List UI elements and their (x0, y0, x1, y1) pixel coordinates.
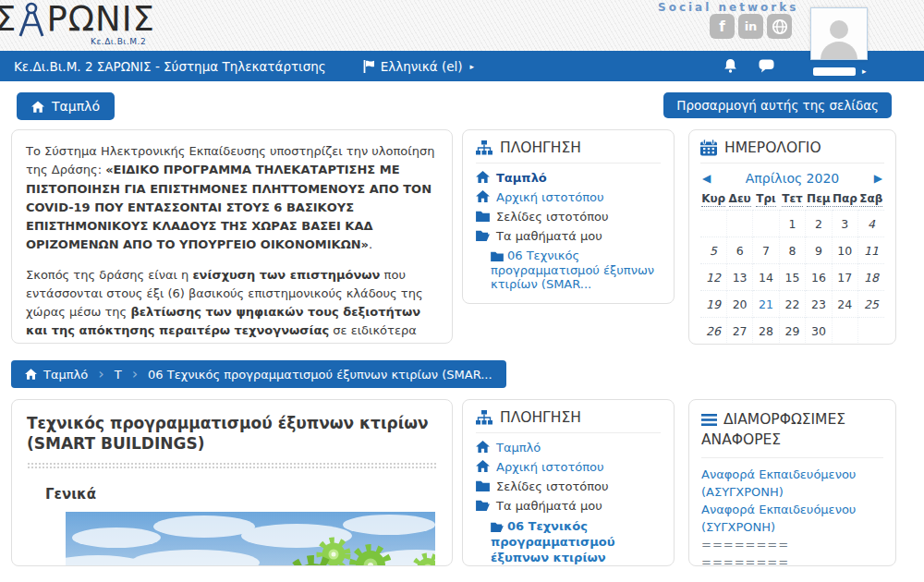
breadcrumb-label: Τ (115, 368, 122, 382)
language-label: Ελληνικά (el) (381, 59, 463, 74)
calendar-day: 7 (753, 237, 779, 264)
sitemap-icon (476, 410, 492, 425)
nav-item-label: 06 Τεχνικός προγραμματισμού έξυπνων κτιρ… (491, 249, 654, 291)
nav-item-label: Αρχική ιστοτόπου (496, 460, 604, 474)
intro-p1-end: . (369, 237, 372, 251)
nav-item-site-pages[interactable]: Σελίδες ιστοτόπου (476, 210, 661, 224)
calendar-day: 11 (858, 237, 884, 264)
day-header: Δευ (726, 189, 752, 211)
globe-icon[interactable] (767, 14, 792, 39)
course-image-gears (66, 512, 435, 566)
navigation-header: ΠΛΟΗΓΗΣΗ (476, 139, 661, 164)
reports-panel: ΔΙΑΜΟΡΦΩΣΙΜΕΣ ΑΝΑΦΟΡΕΣ Αναφορά Εκπαιδευό… (688, 399, 896, 566)
dashboard-button[interactable]: Ταμπλό (17, 92, 115, 120)
calendar-month-label[interactable]: Απρίλιος 2020 (746, 171, 840, 186)
calendar-header: ΗΜΕΡΟΛΟΓΙΟ (700, 139, 884, 164)
customize-page-button[interactable]: Προσαρμογή αυτής της σελίδας (663, 92, 892, 118)
calendar-week-row: 26 27 28 29 30 (700, 318, 884, 345)
user-menu[interactable]: ▸ (813, 67, 867, 76)
calendar-day-today[interactable]: 21 (753, 291, 779, 318)
day-header: Πεμ (806, 189, 832, 211)
calendar-day: 13 (726, 264, 752, 291)
logo-text-left: Σ (0, 2, 17, 36)
calendar-day: 29 (779, 318, 805, 345)
calendar-week-row: 5 6 7 8 9 10 11 (700, 237, 884, 264)
breadcrumb-item-course[interactable]: 06 Τεχνικός προγραμματισμού έξυπνων κτιρ… (148, 368, 492, 382)
nav-item-label: Σελίδες ιστοτόπου (496, 210, 609, 224)
intro-paragraph-1: Το Σύστημα Ηλεκτρονικής Εκπαίδευσης υποσ… (26, 142, 438, 255)
site-header: Σ ΡΩΝΙΣ Κε.Δι.Βι.Μ.2 Social networks f i… (0, 0, 924, 51)
nav-item-site-home[interactable]: Αρχική ιστοτόπου (476, 190, 661, 204)
facebook-glyph: f (719, 18, 725, 35)
calendar-day: 30 (806, 318, 832, 345)
sitemap-icon (476, 140, 492, 155)
nav-item-my-courses[interactable]: Τα μαθήματά μου (476, 229, 661, 243)
nav-item-site-pages[interactable]: Σελίδες ιστοτόπου (476, 479, 661, 493)
report-link-async[interactable]: Αναφορά Εκπαιδευόμενου (ΑΣΥΓΧΡΟΝΗ) (701, 466, 883, 501)
calendar-icon (700, 139, 717, 156)
notifications-bell-icon[interactable] (723, 58, 737, 73)
user-silhouette-icon (815, 15, 863, 59)
logo[interactable]: Σ ΡΩΝΙΣ (0, 2, 155, 36)
calendar-day: 14 (753, 264, 779, 291)
nav-item-label: Αρχική ιστοτόπου (496, 190, 604, 204)
calendar-prev-icon[interactable]: ◀ (702, 172, 711, 185)
home-icon (31, 101, 44, 113)
calendar-day (753, 211, 779, 237)
flag-icon (363, 60, 375, 73)
page: Σ ΡΩΝΙΣ Κε.Δι.Βι.Μ.2 Social networks f i… (0, 0, 924, 582)
nav-item-label: Ταμπλό (496, 171, 547, 185)
calendar-day: 1 (779, 211, 805, 237)
breadcrumb-item-category[interactable]: Τ (115, 368, 122, 382)
facebook-icon[interactable]: f (710, 14, 735, 39)
day-header: Τετ (779, 189, 805, 211)
calendar-panel: ΗΜΕΡΟΛΟΓΙΟ ◀ Απρίλιος 2020 ▶ Κυρ Δευ Τρι… (688, 129, 896, 345)
calendar-day (858, 318, 884, 345)
social-networks-label: Social networks (658, 1, 798, 14)
calendar-day: 9 (806, 237, 832, 264)
nav-item-dashboard[interactable]: Ταμπλό (476, 441, 661, 455)
site-title-link[interactable]: Κε.Δι.Βι.Μ. 2 ΣΑΡΩΝΙΣ - Σύστημα Τηλεκατά… (14, 59, 326, 74)
navigation-title: ΠΛΟΗΓΗΣΗ (500, 409, 581, 426)
nav-item-site-home[interactable]: Αρχική ιστοτόπου (476, 460, 661, 474)
report-link-separator[interactable]: ======== (701, 553, 883, 566)
report-link-sync[interactable]: Αναφορά Εκπαιδευόμενου (ΣΥΓΧΡΟΝΗ) (701, 501, 883, 536)
calendar-day: 5 (700, 237, 726, 264)
day-header: Κυρ (700, 189, 726, 211)
calendar-day (726, 211, 752, 237)
breadcrumb-label: 06 Τεχνικός προγραμματισμού έξυπνων κτιρ… (148, 368, 492, 382)
calendar-day: 28 (753, 318, 779, 345)
calendar-day: 19 (700, 291, 726, 318)
calendar-week-row: 1 2 3 4 (700, 211, 884, 237)
calendar-day: 4 (858, 211, 884, 237)
avatar[interactable] (810, 7, 868, 60)
folder-icon (476, 210, 490, 222)
calendar-day: 3 (832, 211, 857, 237)
navigation-list: Ταμπλό Αρχική ιστοτόπου Σελίδες ιστοτόπο… (476, 441, 661, 566)
nav-item-course[interactable]: 06 Τεχνικός προγραμματισμού έξυπνων κτιρ… (491, 249, 661, 292)
nav-item-my-courses[interactable]: Τα μαθήματά μου (476, 499, 661, 513)
breadcrumb-item-dashboard[interactable]: Ταμπλό (25, 368, 88, 382)
nav-item-label: Τα μαθήματά μου (496, 499, 602, 513)
nav-item-label: Σελίδες ιστοτόπου (496, 479, 609, 493)
calendar-day: 15 (779, 264, 805, 291)
day-header: Παρ (832, 189, 857, 211)
intro-p2-bold1: ενίσχυση των επιστημόνων (192, 268, 380, 282)
course-section-heading: Γενικά (45, 486, 437, 503)
calendar-week-row: 19 20 21 22 23 24 25 (700, 291, 884, 318)
language-selector[interactable]: Ελληνικά (el) ▸ (363, 59, 474, 74)
home-icon (25, 369, 37, 380)
nav-item-dashboard[interactable]: Ταμπλό (476, 171, 661, 185)
dashboard-button-label: Ταμπλό (52, 99, 100, 114)
dotted-divider (27, 462, 437, 470)
folder-icon (476, 479, 490, 491)
nav-item-course-active[interactable]: 06 Τεχνικός προγραμματισμού έξυπνων κτιρ… (491, 518, 661, 566)
linkedin-glyph: in (745, 19, 758, 33)
linkedin-icon[interactable]: in (738, 14, 763, 39)
calendar-day: 6 (726, 237, 752, 264)
report-link-separator[interactable]: ======== (701, 536, 883, 553)
language-caret-icon: ▸ (470, 62, 475, 71)
messages-chat-icon[interactable] (759, 59, 774, 73)
folder-open-icon (476, 229, 490, 241)
calendar-next-icon[interactable]: ▶ (874, 172, 882, 185)
